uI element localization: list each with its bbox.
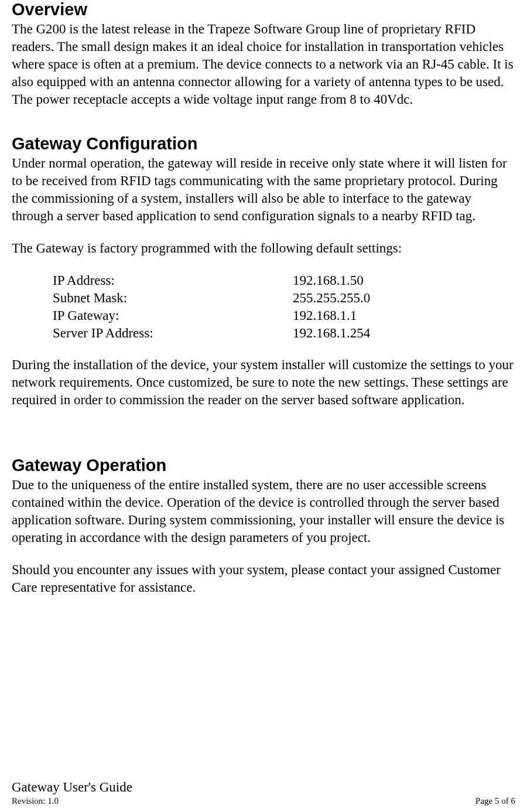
config-paragraph-2: The Gateway is factory programmed with t… <box>12 240 515 257</box>
settings-label: IP Address: <box>53 272 293 289</box>
settings-value: 192.168.1.50 <box>293 272 364 289</box>
operation-paragraph-2: Should you encounter any issues with you… <box>12 561 515 596</box>
operation-paragraph-1: Due to the uniqueness of the entire inst… <box>12 476 515 547</box>
settings-value: 255.255.255.0 <box>293 289 370 307</box>
settings-table: IP Address: 192.168.1.50 Subnet Mask: 25… <box>53 272 515 342</box>
config-heading: Gateway Configuration <box>12 134 515 153</box>
footer-revision: Revision: 1.0 <box>12 796 132 806</box>
overview-section: Overview The G200 is the latest release … <box>12 0 515 108</box>
footer-left: Gateway User's Guide Revision: 1.0 <box>12 779 132 806</box>
footer-page-number: Page 5 of 6 <box>475 796 515 806</box>
config-paragraph-3: During the installation of the device, y… <box>12 356 515 409</box>
settings-row: Server IP Address: 192.168.1.254 <box>53 325 515 342</box>
overview-heading: Overview <box>12 0 515 19</box>
operation-heading: Gateway Operation <box>12 456 515 475</box>
settings-row: IP Address: 192.168.1.50 <box>53 272 515 289</box>
settings-label: Server IP Address: <box>53 325 293 342</box>
page-footer: Gateway User's Guide Revision: 1.0 Page … <box>12 779 515 806</box>
settings-row: Subnet Mask: 255.255.255.0 <box>53 289 515 307</box>
settings-value: 192.168.1.254 <box>293 325 370 342</box>
overview-paragraph: The G200 is the latest release in the Tr… <box>12 21 515 108</box>
settings-row: IP Gateway: 192.168.1.1 <box>53 307 515 325</box>
operation-section: Gateway Operation Due to the uniqueness … <box>12 456 515 596</box>
settings-label: Subnet Mask: <box>53 289 293 307</box>
settings-value: 192.168.1.1 <box>293 307 357 325</box>
config-section: Gateway Configuration Under normal opera… <box>12 134 515 409</box>
settings-label: IP Gateway: <box>53 307 293 325</box>
footer-title: Gateway User's Guide <box>12 779 132 796</box>
config-paragraph-1: Under normal operation, the gateway will… <box>12 155 515 225</box>
